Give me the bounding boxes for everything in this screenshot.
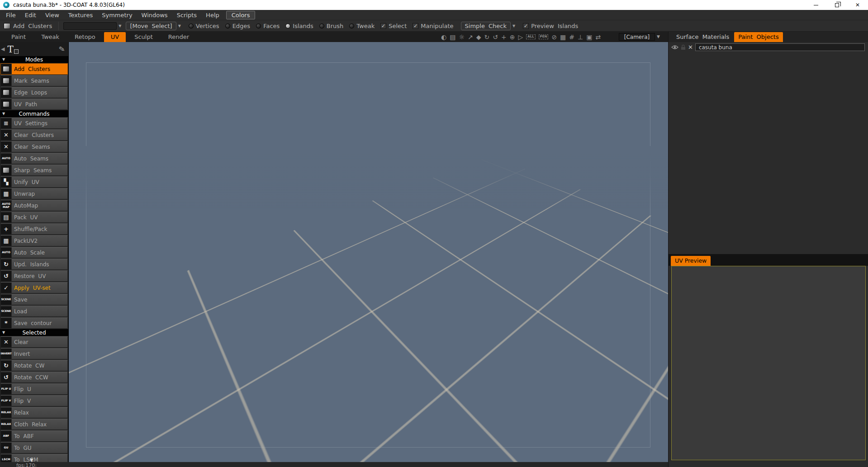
sidebar-item-auto-seams[interactable]: AUTOAuto Seams [0, 153, 68, 164]
axis-icon[interactable]: ⊥ [578, 34, 583, 40]
menu-file[interactable]: File [1, 11, 20, 19]
material-icon[interactable]: ◆ [476, 34, 481, 40]
sidebar-item-automap[interactable]: AUTO MAPAutoMap [0, 200, 68, 211]
no-snap-icon[interactable]: ⊘ [551, 34, 557, 40]
section-header-commands[interactable]: ▼Commands [0, 110, 68, 117]
cluster-preset-dropdown-arrow-icon[interactable]: ▼ [119, 24, 121, 28]
section-header-modes[interactable]: ▼Modes [0, 56, 68, 63]
background-icon[interactable]: ▤ [450, 34, 455, 40]
menu-edit[interactable]: Edit [20, 11, 41, 19]
sidebar-item-flip-v[interactable]: FLIP VFlip V [0, 395, 68, 406]
menu-help[interactable]: Help [201, 11, 224, 19]
sidebar-item-save[interactable]: SCENESave [0, 294, 68, 305]
mode-faces[interactable]: Faces [256, 23, 280, 29]
visibility-eye-icon[interactable] [671, 45, 678, 50]
sidebar-item-edge-loops[interactable]: Edge Loops [0, 87, 68, 98]
sidebar-item-apply-uv-set[interactable]: ✓Apply UV-set [0, 282, 68, 293]
restore-button[interactable] [826, 0, 847, 10]
cluster-preset-dropdown[interactable] [63, 22, 117, 30]
simple-check-dropdown-arrow-icon[interactable]: ▼ [512, 24, 515, 28]
sidebar-item-auto-scale[interactable]: AUTOAuto Scale [0, 247, 68, 258]
camera-dropdown-arrow-icon[interactable]: ▼ [657, 34, 660, 39]
sidebar-item-unify-uv[interactable]: ▚Unify UV [0, 176, 68, 188]
swap-icon[interactable]: ⇄ [596, 34, 601, 40]
sidebar-item-save-contour[interactable]: *Save contour [0, 317, 68, 329]
section-header-selected[interactable]: ▼Selected [0, 329, 68, 336]
lock-icon[interactable] [681, 44, 686, 50]
sidebar-item-uv-path[interactable]: UV Path [0, 99, 68, 110]
sidebar-item-clear[interactable]: ✕Clear [0, 336, 68, 348]
sidebar-item-sharp-seams[interactable]: Sharp Seams [0, 165, 68, 176]
pan-icon[interactable]: + [501, 34, 507, 40]
brush-icon[interactable]: ✎ [58, 44, 65, 54]
menu-view[interactable]: View [41, 11, 64, 19]
sidebar-item-pack-uv[interactable]: ▤Pack UV [0, 212, 68, 223]
tab-sculpt[interactable]: Sculpt [128, 32, 160, 42]
toggle-preview-islands[interactable]: ✓ Preview Islands [523, 23, 578, 29]
menu-symmetry[interactable]: Symmetry [97, 11, 137, 19]
object-name-field[interactable]: casuta buna [695, 43, 865, 51]
paint-object-row[interactable]: ✕ casuta buna [669, 42, 868, 52]
sidebar-item-load[interactable]: SCENELoad [0, 306, 68, 317]
text-tool-icon[interactable]: T [7, 44, 13, 55]
grid-toggle-icon[interactable]: # [569, 34, 574, 40]
sidebar-item-add-clusters[interactable]: Add Clusters [0, 63, 68, 75]
sidebar-item-flip-u[interactable]: FLIP UFlip U [0, 383, 68, 395]
toggle-select[interactable]: ✓Select [380, 23, 407, 29]
light-icon[interactable]: ☼ [459, 34, 465, 40]
menu-colors-button[interactable]: Colors [226, 11, 256, 19]
sidebar-item-unwrap[interactable]: ▦Unwrap [0, 188, 68, 199]
camera-dropdown[interactable]: [Camera] [619, 33, 655, 41]
minimize-button[interactable] [806, 0, 826, 10]
sidebar-item-shuffle-pack[interactable]: +Shuffle/Pack [0, 223, 68, 235]
toggle-manipulate[interactable]: ✓Manipulate [413, 23, 453, 29]
pick-icon[interactable]: ▷ [518, 34, 523, 40]
3d-viewport[interactable] [69, 42, 668, 462]
sidebar-item-to-gu[interactable]: GUTo GU [0, 442, 68, 453]
simple-check-dropdown[interactable]: Simple Check [461, 22, 511, 30]
tab-paint-objects[interactable]: Paint Objects [734, 32, 783, 42]
zoom-icon[interactable]: ⊕ [510, 34, 515, 40]
tab-uv[interactable]: UV [104, 32, 126, 42]
reset-view-icon[interactable]: ↺ [493, 34, 498, 40]
sidebar-item-rotate-ccw[interactable]: ↺Rotate CCW [0, 372, 68, 383]
frame-all-icon[interactable]: ALL [526, 34, 535, 39]
sidebar-item-upd-islands[interactable]: ↻Upd. Islands [0, 259, 68, 270]
tab-paint[interactable]: Paint [5, 32, 33, 42]
mode-brush[interactable]: Brush [319, 23, 344, 29]
tab-uv-preview[interactable]: UV Preview [671, 256, 711, 266]
frame-pen-icon[interactable]: PEN [539, 34, 549, 39]
menu-windows[interactable]: Windows [137, 11, 172, 19]
add-clusters-button[interactable]: Add Clusters [4, 23, 52, 29]
move-select-dropdown-arrow-icon[interactable]: ▼ [178, 24, 181, 28]
tab-retopo[interactable]: Retopo [68, 32, 102, 42]
mode-vertices[interactable]: Vertices [189, 23, 219, 29]
sidebar-item-to-lscm[interactable]: LSCMTo LSCM [0, 454, 68, 462]
sidebar-item-packuv2[interactable]: ▦PackUV2 [0, 235, 68, 246]
tab-tweak[interactable]: Tweak [34, 32, 66, 42]
sidebar-item-to-abf[interactable]: ABFTo ABF [0, 430, 68, 442]
cube-view-icon[interactable]: ▦ [560, 34, 566, 40]
menu-scripts[interactable]: Scripts [172, 11, 201, 19]
tab-render[interactable]: Render [161, 32, 196, 42]
mode-edges[interactable]: Edges [225, 23, 251, 29]
sidebar-item-mark-seams[interactable]: Mark Seams [0, 75, 68, 86]
move-select-dropdown[interactable]: [Move Select] [126, 22, 176, 30]
delete-object-icon[interactable]: ✕ [688, 44, 693, 50]
sidebar-item-rotate-cw[interactable]: ↻Rotate CW [0, 360, 68, 371]
sidebar-item-invert[interactable]: INVERTInvert [0, 348, 68, 359]
close-button[interactable]: ✕ [847, 0, 868, 10]
mode-tweak[interactable]: Tweak [349, 23, 375, 29]
sidebar-item-cloth-relax[interactable]: RELAXCloth Relax [0, 419, 68, 430]
sidebar-item-uv-settings[interactable]: ≡UV Settings [0, 118, 68, 129]
back-arrow-icon[interactable]: ◀ [1, 46, 5, 52]
menu-textures[interactable]: Textures [64, 11, 97, 19]
rotate-view-icon[interactable]: ↻ [484, 34, 490, 40]
tab-surface-materials[interactable]: Surface Materials [672, 32, 733, 42]
uv-preview-canvas[interactable] [671, 266, 866, 460]
move-light-icon[interactable]: ↗ [468, 34, 473, 40]
sidebar-scroll-down-icon[interactable]: ▼ [30, 458, 33, 462]
sidebar-item-relax[interactable]: RELAXRelax [0, 407, 68, 418]
sidebar-item-restore-uv[interactable]: ↺Restore UV [0, 270, 68, 282]
mode-islands[interactable]: Islands [285, 23, 313, 29]
